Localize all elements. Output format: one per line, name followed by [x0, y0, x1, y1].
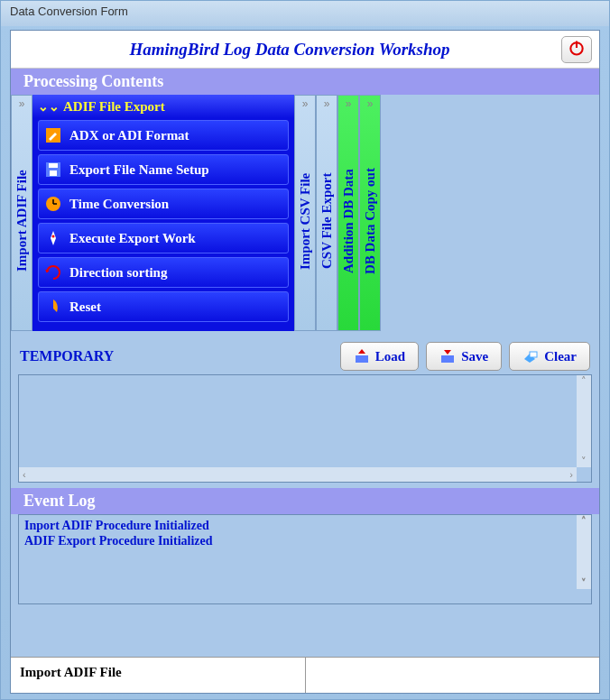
svg-rect-5 [50, 170, 57, 176]
panel-title-bar[interactable]: ⌄⌄ ADIF File Export [32, 95, 294, 118]
clock-icon [44, 195, 62, 213]
tab-db-copyout[interactable]: » DB Data Copy out [359, 95, 381, 331]
menu-reset[interactable]: Reset [38, 291, 289, 322]
power-button[interactable] [561, 36, 592, 63]
menu-label: Time Conversion [69, 197, 169, 212]
temporary-label: TEMPORARY [20, 348, 333, 364]
power-icon [568, 39, 586, 60]
chevron-right-icon: » [302, 97, 309, 114]
load-button[interactable]: Load [340, 342, 419, 371]
menu-adx-adi-format[interactable]: ADX or ADI Format [38, 120, 289, 151]
menu-time-conversion[interactable]: Time Conversion [38, 189, 289, 219]
scroll-down-icon: ˅ [581, 577, 587, 589]
log-line: ADIF Export Procedure Initialized [24, 534, 586, 549]
vertical-scrollbar[interactable]: ˄ ˅ [577, 515, 591, 589]
svg-rect-12 [530, 352, 537, 357]
tab-label: CSV File Export [319, 114, 335, 328]
chevron-right-icon: » [19, 97, 25, 114]
status-bar: Import ADIF File [11, 657, 599, 693]
chevron-right-icon: » [367, 97, 374, 114]
menu-label: Direction sorting [69, 265, 167, 281]
reset-icon [44, 298, 62, 316]
app-title: HamingBird Log Data Conversion Workshop [18, 40, 561, 60]
save-down-icon [439, 348, 456, 364]
status-right [306, 658, 600, 693]
temporary-textarea[interactable]: ˄ ˅ ‹ › [18, 374, 592, 483]
panel-title-text: ADIF File Export [63, 99, 165, 115]
save-button[interactable]: Save [426, 342, 502, 371]
processing-header: Processing Contents [11, 69, 599, 95]
clear-icon [522, 348, 539, 364]
horizontal-scrollbar[interactable]: ‹ › [19, 467, 577, 482]
tab-addition-db[interactable]: » Addition DB Data [337, 95, 359, 331]
tab-import-adif[interactable]: » Import ADIF File [11, 95, 32, 331]
edit-icon [44, 126, 62, 144]
scroll-down-icon: ˅ [581, 456, 587, 467]
rocket-icon [44, 229, 62, 247]
button-label: Clear [544, 349, 577, 364]
save-icon [44, 161, 62, 179]
status-left: Import ADIF File [11, 658, 306, 693]
menu-label: ADX or ADI Format [69, 128, 189, 143]
menu-label: Reset [69, 299, 101, 315]
tab-label: Import ADIF File [14, 114, 30, 328]
tab-csv-export[interactable]: » CSV File Export [316, 95, 337, 331]
vertical-scrollbar[interactable]: ˄ ˅ [577, 375, 591, 467]
tab-import-csv[interactable]: » Import CSV File [294, 95, 316, 331]
tab-label: Import CSV File [298, 114, 313, 328]
chevron-right-icon: » [324, 97, 330, 114]
tab-label: Addition DB Data [341, 114, 356, 328]
panel-adif-export: ⌄⌄ ADIF File Export ADX or ADI Format Ex… [32, 95, 294, 331]
window-titlebar: Data Conversion Form [1, 1, 609, 26]
chevron-right-icon: » [346, 97, 352, 114]
panels-row: » Import ADIF File ⌄⌄ ADIF File Export A… [11, 95, 599, 338]
button-label: Save [461, 349, 488, 364]
clear-button[interactable]: Clear [509, 342, 590, 371]
scroll-right-icon: › [569, 469, 573, 480]
svg-rect-4 [49, 163, 58, 168]
app-window: Data Conversion Form HamingBird Log Data… [0, 0, 610, 700]
menu-export-filename[interactable]: Export File Name Setup [38, 154, 289, 185]
menu-label: Execute Export Work [69, 231, 196, 246]
content-area: HamingBird Log Data Conversion Workshop … [10, 30, 600, 694]
sort-icon [44, 263, 62, 281]
eventlog-textarea[interactable]: Inport ADIF Procedure Initialized ADIF E… [18, 514, 592, 604]
svg-rect-11 [441, 355, 454, 363]
load-icon [354, 348, 370, 364]
app-header: HamingBird Log Data Conversion Workshop [11, 31, 599, 69]
menu-execute-export[interactable]: Execute Export Work [38, 223, 289, 253]
temporary-toolbar: TEMPORARY Load Save Clear [11, 338, 599, 374]
chevron-down-icon: ⌄⌄ [38, 99, 60, 114]
svg-point-9 [52, 235, 55, 238]
tab-label: DB Data Copy out [363, 114, 378, 328]
menu-label: Export File Name Setup [69, 162, 209, 178]
menu-direction-sorting[interactable]: Direction sorting [38, 257, 289, 288]
button-label: Load [375, 349, 405, 364]
eventlog-header: Event Log [11, 488, 599, 514]
scroll-up-icon: ˄ [581, 375, 587, 387]
log-line: Inport ADIF Procedure Initialized [24, 519, 586, 534]
svg-rect-10 [356, 355, 368, 363]
window-title: Data Conversion Form [10, 5, 128, 18]
scroll-up-icon: ˄ [581, 515, 587, 527]
scroll-left-icon: ‹ [23, 469, 26, 480]
